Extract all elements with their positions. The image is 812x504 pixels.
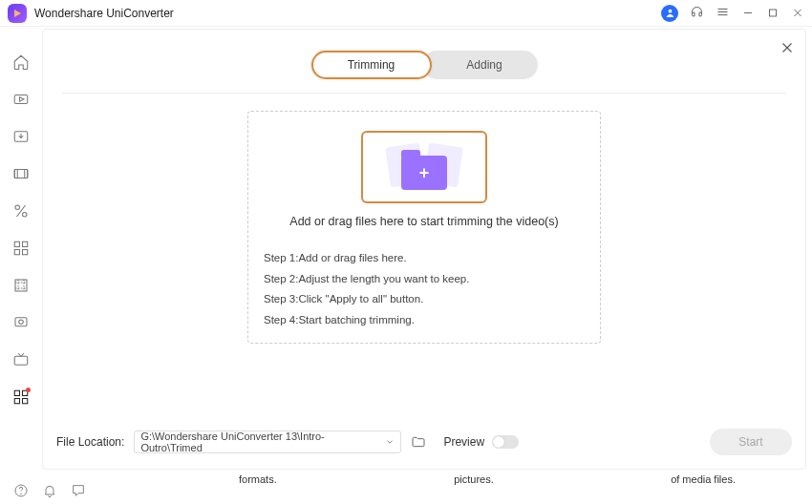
maximize-button[interactable] [766, 7, 780, 20]
help-icon[interactable] [13, 483, 29, 498]
step-1: Step 1:Add or drag files here. [264, 253, 585, 264]
preview-toggle[interactable] [492, 435, 519, 449]
svg-rect-5 [770, 10, 777, 16]
menu-icon[interactable] [716, 5, 730, 22]
step-2: Step 2:Adjust the length you want to kee… [264, 274, 585, 285]
sidebar-record-icon[interactable] [12, 314, 30, 331]
tab-trimming[interactable]: Trimming [311, 51, 432, 79]
svg-rect-26 [14, 356, 28, 365]
svg-point-0 [668, 10, 672, 13]
sidebar-download-icon[interactable] [12, 128, 30, 145]
sidebar-crop-icon[interactable] [12, 277, 30, 294]
sidebar-home-icon[interactable] [12, 53, 30, 71]
open-folder-icon[interactable] [411, 434, 426, 450]
step-3: Step 3:Click "Apply to all" button. [264, 294, 585, 305]
panel-close-icon[interactable] [779, 39, 796, 56]
svg-rect-11 [14, 170, 28, 178]
svg-rect-19 [14, 242, 19, 246]
sidebar-compress-icon[interactable] [12, 165, 30, 182]
svg-rect-21 [14, 250, 19, 255]
account-icon[interactable] [661, 5, 678, 22]
titlebar: Wondershare UniConverter [0, 0, 812, 27]
drop-zone[interactable]: Add or drag files here to start trimming… [247, 111, 601, 344]
add-files-button[interactable] [361, 131, 487, 203]
svg-rect-8 [14, 95, 28, 104]
svg-rect-30 [23, 399, 28, 404]
app-title: Wondershare UniConverter [34, 7, 174, 20]
folder-plus-icon [401, 156, 447, 190]
steps-list: Step 1:Add or drag files here. Step 2:Ad… [264, 253, 585, 326]
app-logo [8, 4, 27, 23]
sidebar-video-icon[interactable] [12, 91, 30, 108]
svg-point-17 [23, 213, 28, 218]
sidebar [0, 27, 42, 477]
tab-segment: Trimming Adding [43, 30, 805, 79]
support-icon[interactable] [690, 5, 704, 22]
file-location-dropdown[interactable]: G:\Wondershare UniConverter 13\Intro-Out… [134, 430, 401, 453]
main-panel: Trimming Adding Add or drag files here t… [42, 29, 806, 470]
sidebar-merge-icon[interactable] [12, 240, 30, 257]
bottom-bar: File Location: G:\Wondershare UniConvert… [43, 429, 805, 455]
preview-label: Preview [443, 435, 484, 449]
svg-rect-20 [23, 242, 28, 246]
svg-point-16 [15, 205, 20, 210]
svg-rect-29 [14, 399, 19, 404]
notifications-icon[interactable] [42, 483, 57, 498]
sidebar-tv-icon[interactable] [12, 351, 30, 368]
drop-text: Add or drag files here to start trimming… [264, 215, 585, 228]
step-4: Step 4:Start batching trimming. [264, 315, 585, 326]
svg-point-34 [21, 494, 22, 494]
close-button[interactable] [791, 7, 804, 20]
sidebar-toolbox-icon[interactable] [12, 388, 30, 406]
file-location-label: File Location: [56, 435, 124, 449]
footer-icons [0, 477, 86, 504]
minimize-button[interactable] [741, 7, 755, 20]
svg-marker-9 [20, 97, 25, 102]
svg-line-18 [17, 205, 26, 217]
tab-adding[interactable]: Adding [422, 51, 538, 79]
svg-rect-23 [15, 280, 27, 291]
notification-dot [26, 388, 31, 392]
svg-rect-27 [14, 390, 19, 395]
svg-rect-24 [15, 318, 27, 326]
chevron-down-icon [385, 437, 395, 447]
background-feature-captions: formats. pictures. of media files. [115, 473, 783, 485]
file-location-path: G:\Wondershare UniConverter 13\Intro-Out… [140, 430, 385, 453]
svg-rect-22 [23, 250, 28, 255]
svg-point-25 [19, 320, 24, 325]
sidebar-edit-icon[interactable] [12, 202, 30, 220]
feedback-icon[interactable] [71, 483, 86, 498]
start-button[interactable]: Start [710, 429, 792, 455]
